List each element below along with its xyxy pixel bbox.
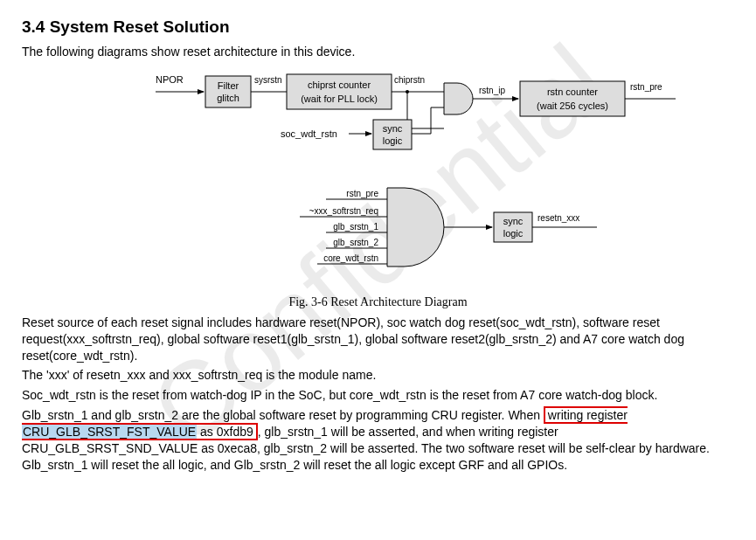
label-sync1-b: logic <box>382 135 402 146</box>
label-sync2-b: logic <box>503 228 523 239</box>
hl-pre: writing register <box>548 408 628 422</box>
diagram-caption: Fig. 3-6 Reset Architecture Diagram <box>22 294 734 311</box>
section-heading: 3.4 System Reset Solution <box>22 17 734 37</box>
label-filter-glitch-1: Filter <box>217 80 239 91</box>
label-filter-glitch-2: glitch <box>217 93 239 103</box>
label-chiprstn: chiprstn <box>394 75 425 85</box>
label-softrstn: ~xxx_softrstn_req <box>309 206 378 216</box>
label-sync2-a: sync <box>503 216 523 226</box>
body-para-4: Glb_srstn_1 and glb_srstn_2 are the glob… <box>22 407 734 474</box>
body-para-2: The 'xxx' of resetn_xxx and xxx_softrstn… <box>22 367 734 384</box>
hl-post: as 0xfdb9 <box>197 425 253 439</box>
label-resetnxxx: resetn_xxx <box>538 213 579 223</box>
body-para-1: Reset source of each reset signal includ… <box>22 315 734 364</box>
svg-point-7 <box>406 90 409 93</box>
label-corewdt: core_wdt_rstn <box>323 253 378 263</box>
label-sysrstn: sysrstn <box>254 75 282 85</box>
register-highlight: CRU_GLB_SRST_FST_VALUE <box>22 425 197 439</box>
label-rstnpre-out: rstn_pre <box>630 82 662 92</box>
label-rstncnt-2: (wait 256 cycles) <box>537 100 608 111</box>
intro-text: The following diagrams show reset archit… <box>22 44 734 60</box>
label-sync1-a: sync <box>382 123 402 134</box>
label-rstncnt-1: rstn counter <box>546 87 597 97</box>
reset-architecture-diagram: NPOR Filter glitch sysrstn chiprst count… <box>22 66 734 293</box>
label-glb1: glb_srstn_1 <box>333 222 378 232</box>
label-chiprst-1: chiprst counter <box>307 80 370 90</box>
body4-a: Glb_srstn_1 and glb_srstn_2 are the glob… <box>22 408 544 422</box>
label-rstnpre-in: rstn_pre <box>346 189 378 198</box>
label-socwdt: soc_wdt_rstn <box>281 128 337 139</box>
label-rstnip: rstn_ip <box>479 86 505 95</box>
label-glb2: glb_srstn_2 <box>333 238 378 247</box>
label-chiprst-2: (wait for PLL lock) <box>301 93 378 104</box>
label-npor: NPOR <box>156 74 184 85</box>
body-para-3: Soc_wdt_rstn is the reset from watch-dog… <box>22 387 734 404</box>
